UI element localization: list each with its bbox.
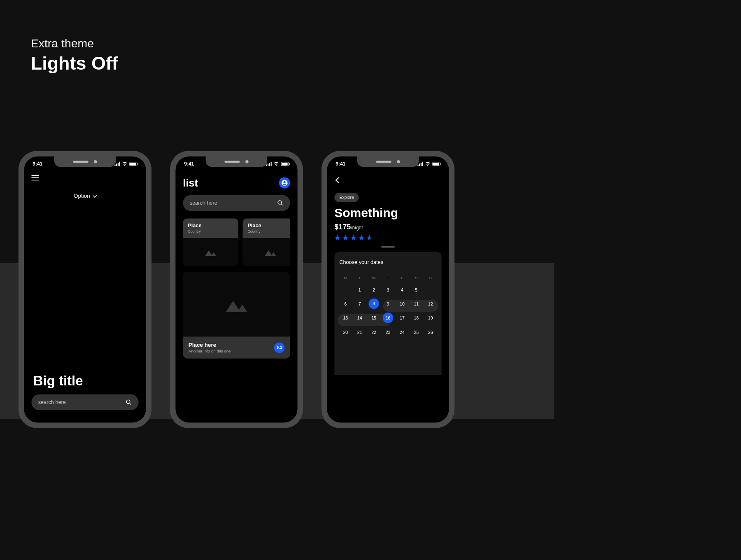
search-placeholder: search here: [190, 200, 217, 206]
svg-line-3: [281, 204, 283, 205]
star-icon: [359, 234, 365, 240]
image-placeholder: [183, 238, 238, 266]
calendar-day[interactable]: 17: [396, 312, 408, 324]
calendar-day[interactable]: 14: [354, 312, 366, 324]
phone-frame-1: 9:41 Option Big title search here: [19, 151, 151, 428]
calendar-day[interactable]: 9: [382, 298, 394, 310]
calendar-day[interactable]: 21: [354, 326, 366, 338]
card-subtitle: Another info on this one: [189, 349, 231, 353]
wifi-icon: [122, 162, 127, 166]
calendar-day[interactable]: 4: [396, 284, 408, 296]
category-chip[interactable]: Explore: [334, 193, 359, 202]
battery-icon: [432, 162, 440, 166]
calendar-day[interactable]: 24: [396, 326, 408, 338]
rating-badge: 9.2: [274, 342, 284, 352]
back-button[interactable]: [336, 177, 342, 183]
price-unit: /night: [351, 225, 363, 231]
header-title: Lights Off: [31, 53, 555, 74]
day-header: M: [339, 273, 352, 282]
detail-title: Something: [334, 206, 441, 220]
card-title: Place: [188, 223, 233, 229]
wifi-icon: [273, 162, 279, 166]
phone-notch: [54, 156, 116, 167]
place-card[interactable]: PlaceCountry: [183, 218, 238, 266]
calendar-day[interactable]: 7: [354, 298, 366, 310]
calendar-day-selected[interactable]: 8: [368, 299, 379, 309]
calendar-day[interactable]: 2: [368, 284, 380, 296]
calendar-day[interactable]: 22: [368, 326, 380, 338]
day-header: S: [424, 273, 437, 282]
svg-point-0: [126, 400, 130, 404]
list-title: list: [183, 177, 198, 189]
status-time: 9:41: [184, 161, 194, 166]
image-placeholder: [242, 238, 290, 266]
menu-icon[interactable]: [31, 175, 39, 180]
place-card[interactable]: PlaceCountry: [242, 218, 290, 266]
calendar-day[interactable]: 18: [410, 312, 422, 324]
horizontal-card-list[interactable]: PlaceCountry PlaceCountry PC: [183, 218, 290, 266]
phone-notch: [357, 156, 419, 167]
phone-frame-2: 9:41 list search here PlaceCountry: [170, 151, 303, 428]
wifi-icon: [425, 162, 430, 166]
star-half-icon: [366, 234, 373, 240]
featured-card[interactable]: Place here Another info on this one 9.2: [183, 272, 290, 358]
search-icon: [126, 399, 132, 405]
card-subtitle: Country: [247, 229, 290, 233]
star-icon: [343, 234, 349, 240]
day-header: T: [382, 273, 394, 282]
calendar-grid: M T W T F S S 1 2 3 4 5 6 7 8: [339, 273, 436, 338]
svg-line-1: [130, 403, 131, 405]
card-title: Place: [247, 223, 290, 229]
phone-frame-3: 9:41 Explore Something $175/night Choose…: [322, 151, 454, 428]
mountain-icon: [265, 248, 276, 256]
avatar-icon: [282, 180, 288, 186]
calendar-day[interactable]: 6: [339, 298, 352, 310]
calendar-day[interactable]: [424, 284, 437, 296]
day-header: S: [410, 273, 422, 282]
calendar-day[interactable]: 13: [339, 312, 352, 324]
avatar-button[interactable]: [279, 177, 290, 188]
calendar-day[interactable]: 5: [410, 284, 422, 296]
calendar-day[interactable]: 10: [396, 298, 408, 310]
card-title: Place here: [189, 342, 231, 348]
chevron-down-icon: [93, 193, 97, 198]
star-icon: [350, 234, 357, 240]
star-rating: [334, 234, 441, 240]
search-icon: [277, 200, 283, 206]
calendar-day[interactable]: 1: [354, 284, 366, 296]
calendar-day-selected[interactable]: 16: [383, 313, 393, 323]
phone-notch: [206, 156, 268, 167]
calendar-day[interactable]: 26: [424, 326, 437, 338]
calendar-day[interactable]: 25: [410, 326, 422, 338]
calendar-day[interactable]: 11: [410, 298, 422, 310]
calendar-title: Choose your dates: [339, 259, 436, 266]
svg-point-2: [278, 201, 282, 204]
status-time: 9:41: [33, 161, 42, 166]
drag-handle[interactable]: [381, 246, 395, 248]
calendar-day[interactable]: 20: [339, 326, 352, 338]
mountain-icon: [226, 296, 247, 312]
page-title: Big title: [33, 373, 83, 389]
search-input[interactable]: search here: [183, 195, 290, 211]
calendar-day[interactable]: 23: [382, 326, 394, 338]
option-label: Option: [74, 193, 90, 199]
calendar-day[interactable]: 12: [424, 298, 437, 310]
option-dropdown[interactable]: Option: [31, 193, 138, 199]
battery-icon: [129, 162, 137, 166]
calendar-day[interactable]: [339, 284, 352, 296]
card-subtitle: Country: [188, 229, 233, 233]
header-subtitle: Extra theme: [31, 37, 555, 50]
calendar-day[interactable]: 19: [424, 312, 437, 324]
search-placeholder: search here: [38, 399, 66, 405]
calendar-day[interactable]: 15: [368, 312, 380, 324]
day-header: W: [368, 273, 380, 282]
price: $175/night: [334, 223, 441, 231]
day-header: T: [354, 273, 366, 282]
calendar-panel: Choose your dates M T W T F S S 1 2 3 4: [334, 252, 441, 375]
search-input[interactable]: search here: [31, 394, 138, 410]
image-placeholder: [183, 272, 290, 336]
calendar-day[interactable]: 3: [382, 284, 394, 296]
status-time: 9:41: [336, 161, 345, 166]
star-icon: [334, 234, 340, 240]
battery-icon: [281, 162, 289, 166]
